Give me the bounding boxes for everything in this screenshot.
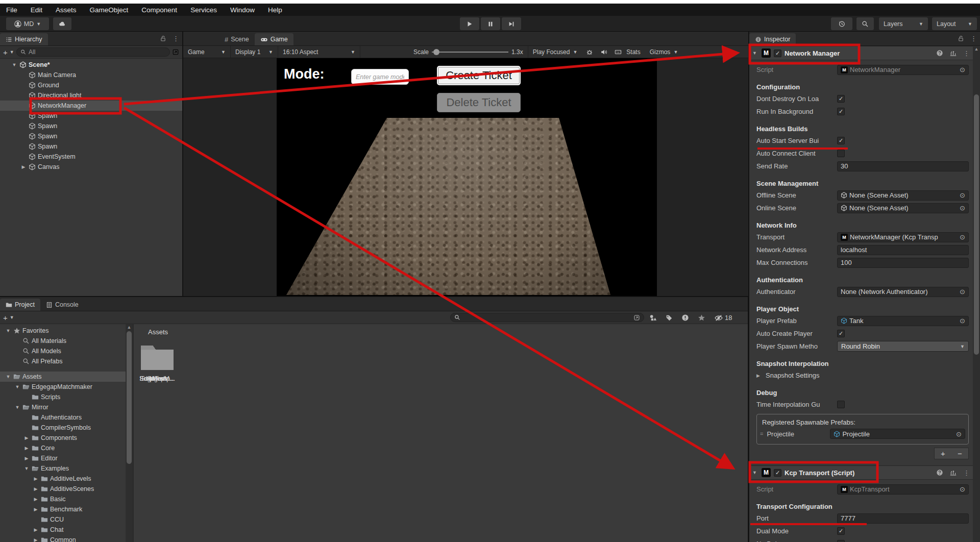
help-icon[interactable] xyxy=(936,469,943,476)
tree-item[interactable]: ▶ AdditiveLevels xyxy=(0,474,133,484)
menu-item[interactable]: Services xyxy=(190,6,217,14)
online-scene-field[interactable]: None (Scene Asset) ⊙ xyxy=(837,203,969,213)
fold-arrow-icon[interactable]: ▶ xyxy=(33,486,39,491)
project-tree-scrollbar[interactable]: ▲ xyxy=(126,324,133,542)
object-picker-icon[interactable]: ⊙ xyxy=(960,191,965,199)
menu-item[interactable]: Component xyxy=(141,6,177,14)
component-enabled-checkbox[interactable]: ✓ xyxy=(774,469,781,477)
lock-icon[interactable] xyxy=(160,35,166,42)
debug-bug-icon[interactable] xyxy=(586,48,593,56)
stats-button[interactable]: Stats xyxy=(622,46,645,58)
network-address-input[interactable]: localhost xyxy=(837,245,969,255)
menu-item[interactable]: GameObject xyxy=(90,6,129,14)
tree-item[interactable]: ▶ Common xyxy=(0,535,133,542)
tree-item[interactable]: ▼ Examples xyxy=(0,463,133,474)
tree-item[interactable]: ▶ Editor xyxy=(0,453,133,463)
drag-handle-icon[interactable]: = xyxy=(760,431,764,437)
spawnable-prefab-field[interactable]: Projectile ⊙ xyxy=(830,429,965,439)
kebab-menu-icon[interactable]: ⋮ xyxy=(970,35,977,42)
run-in-background-checkbox[interactable]: ✓ xyxy=(837,108,845,115)
kebab-menu-icon[interactable]: ⋮ xyxy=(963,50,970,57)
create-ticket-button[interactable]: Create Ticket xyxy=(437,66,521,85)
offline-scene-field[interactable]: None (Scene Asset) ⊙ xyxy=(837,190,969,201)
port-input[interactable]: 7777 xyxy=(837,513,969,524)
fold-arrow-icon[interactable]: ▼ xyxy=(11,62,17,67)
cloud-button[interactable] xyxy=(53,17,71,30)
authenticator-field[interactable]: None (Network Authenticator) ⊙ xyxy=(837,287,969,297)
max-connections-input[interactable]: 100 xyxy=(837,258,969,268)
inspector-scrollbar[interactable]: ▲ xyxy=(973,46,980,542)
hierarchy-item[interactable]: ▶ Canvas xyxy=(0,162,182,172)
layers-dropdown[interactable]: Layers ▼ xyxy=(879,17,928,30)
chevron-down-icon[interactable]: ▼ xyxy=(10,315,14,320)
favorite-star-icon[interactable] xyxy=(698,314,705,322)
hierarchy-item[interactable]: Ground xyxy=(0,80,182,90)
hierarchy-item[interactable]: NetworkManager xyxy=(0,101,182,111)
fold-arrow-icon[interactable]: ▶ xyxy=(33,527,39,532)
folder-tile[interactable]: TextMesh ... xyxy=(134,342,181,382)
tree-item[interactable]: All Prefabs xyxy=(0,356,133,366)
auto-start-server-checkbox[interactable]: ✓ xyxy=(837,137,845,144)
scroll-up-icon[interactable]: ▲ xyxy=(973,46,980,52)
label-tag-icon[interactable] xyxy=(666,314,673,322)
tree-item[interactable]: Authenticators xyxy=(0,412,133,423)
dont-destroy-checkbox[interactable]: ✓ xyxy=(837,95,845,103)
hierarchy-item[interactable]: Directional light xyxy=(0,90,182,101)
tree-item[interactable]: CompilerSymbols xyxy=(0,423,133,433)
tree-item[interactable]: ▼ Mirror xyxy=(0,402,133,412)
keyboard-icon[interactable] xyxy=(615,48,622,56)
play-button[interactable] xyxy=(460,17,479,30)
global-search-button[interactable] xyxy=(856,17,874,30)
tree-item[interactable]: ▶ Chat xyxy=(0,525,133,535)
menu-item[interactable]: File xyxy=(6,6,17,14)
hidden-count-badge[interactable]: 18 xyxy=(714,314,732,322)
hierarchy-search-input[interactable] xyxy=(29,48,166,56)
menu-item[interactable]: Edit xyxy=(31,6,42,14)
tree-item[interactable]: All Materials xyxy=(0,336,133,346)
snapshot-settings-foldout[interactable]: ▶ Snapshot Settings xyxy=(756,369,969,382)
fold-arrow-icon[interactable]: ▼ xyxy=(752,470,758,475)
fold-arrow-icon[interactable]: ▶ xyxy=(33,537,39,542)
fold-arrow-icon[interactable]: ▶ xyxy=(23,446,30,451)
kebab-menu-icon[interactable]: ⋮ xyxy=(963,469,970,477)
project-search-input[interactable] xyxy=(463,314,631,322)
step-button[interactable] xyxy=(502,17,521,30)
fold-arrow-icon[interactable]: ▶ xyxy=(33,497,39,502)
network-manager-header[interactable]: ▼ M ✓ Network Manager ⋮ xyxy=(749,46,973,60)
fold-arrow-icon[interactable]: ▼ xyxy=(23,466,30,471)
hierarchy-item[interactable]: Spawn xyxy=(0,111,182,121)
fold-arrow-icon[interactable]: ▶ xyxy=(33,476,39,481)
script-object-field[interactable]: M NetworkManager ⊙ xyxy=(837,65,969,75)
lock-icon[interactable] xyxy=(958,35,964,42)
alert-icon[interactable] xyxy=(681,314,689,322)
object-picker-icon[interactable]: ⊙ xyxy=(960,233,965,241)
pause-button[interactable] xyxy=(481,17,500,30)
tree-item[interactable]: All Models xyxy=(0,346,133,356)
hierarchy-item[interactable]: Spawn xyxy=(0,141,182,152)
delete-ticket-button[interactable]: Delete Ticket xyxy=(437,93,521,112)
aspect-dropdown[interactable]: 16:10 Aspect▼ xyxy=(278,46,360,58)
chevron-down-icon[interactable]: ▼ xyxy=(10,50,14,55)
kcp-transport-header[interactable]: ▼ M ✓ Kcp Transport (Script) ⋮ xyxy=(749,465,973,480)
tab-hierarchy[interactable]: Hierarchy xyxy=(0,33,48,45)
scale-slider[interactable] xyxy=(432,52,508,53)
tree-item[interactable]: CCU xyxy=(0,514,133,525)
object-picker-icon[interactable]: ⊙ xyxy=(960,66,965,73)
object-picker-icon[interactable]: ⊙ xyxy=(960,204,965,212)
no-delay-checkbox[interactable]: ✓ xyxy=(837,540,845,542)
tree-item[interactable]: ▼ Assets xyxy=(0,372,133,382)
hierarchy-searchbox[interactable] xyxy=(16,47,170,57)
add-element-button[interactable]: + xyxy=(935,448,951,459)
auto-create-player-checkbox[interactable]: ✓ xyxy=(837,330,845,337)
play-focused-dropdown[interactable]: Play Focused▼ xyxy=(528,46,582,58)
object-picker-icon[interactable]: ⊙ xyxy=(960,288,965,295)
hierarchy-item[interactable]: EventSystem xyxy=(0,152,182,162)
spawn-method-dropdown[interactable]: Round Robin ▼ xyxy=(837,341,969,352)
scroll-up-icon[interactable]: ▲ xyxy=(126,325,133,330)
fold-arrow-icon[interactable]: ▼ xyxy=(14,384,20,389)
tree-item[interactable]: ▼ EdgegapMatchmaker xyxy=(0,382,133,392)
display-mode-dropdown[interactable]: Game▼ xyxy=(183,46,230,58)
auto-connect-client-checkbox[interactable] xyxy=(837,150,845,157)
time-interpolation-checkbox[interactable] xyxy=(837,401,845,408)
hierarchy-item[interactable]: Main Camera xyxy=(0,70,182,80)
